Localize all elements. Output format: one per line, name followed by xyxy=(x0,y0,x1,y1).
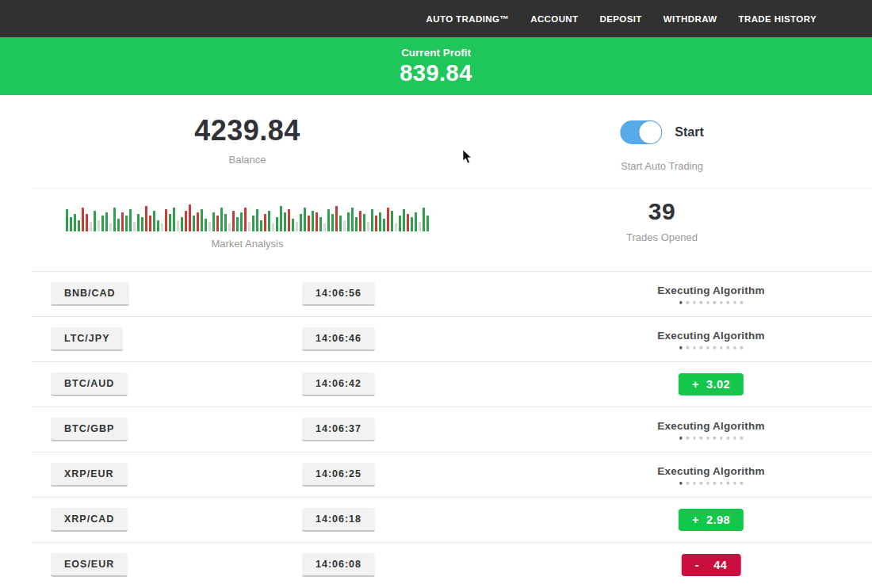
app-root: AUTO TRADING™ACCOUNTDEPOSITWITHDRAWTRADE… xyxy=(0,0,872,588)
trade-time-chip: 14:06:37 xyxy=(302,418,375,441)
market-bar xyxy=(379,212,382,231)
loader-dots xyxy=(657,346,764,349)
market-bar xyxy=(375,216,378,231)
market-bar xyxy=(248,222,251,231)
market-bar xyxy=(181,217,184,231)
market-bar xyxy=(149,216,152,231)
loader-dots xyxy=(657,437,764,440)
market-bar xyxy=(327,209,331,231)
market-bar xyxy=(78,220,81,231)
market-bar xyxy=(284,212,287,231)
market-bar xyxy=(407,214,410,231)
market-bar xyxy=(109,223,113,231)
trade-pair-chip[interactable]: XRP/CAD xyxy=(51,508,128,532)
market-bar xyxy=(173,208,176,231)
market-bar xyxy=(264,214,267,231)
market-bar xyxy=(189,204,192,231)
market-bar xyxy=(288,209,291,231)
market-bar xyxy=(105,212,109,231)
loader-dots xyxy=(657,301,764,304)
nav-item[interactable]: AUTO TRADING™ xyxy=(426,14,510,24)
trade-pair-chip[interactable]: BNB/CAD xyxy=(51,282,129,306)
trade-status: Executing Algorithm xyxy=(657,465,764,485)
executing-algorithm-label: Executing Algorithm xyxy=(657,284,764,296)
market-bar xyxy=(86,214,89,231)
trade-row: BNB/CAD 14:06:56 Executing Algorithm xyxy=(32,271,872,316)
balance-section: 4239.84 Balance Start Start Auto Trading xyxy=(0,95,872,188)
market-analysis-chart xyxy=(41,198,453,231)
market-bar xyxy=(260,220,263,231)
trade-status: + 2.98 xyxy=(679,509,744,531)
trades-opened-stat: 39 Trades Opened xyxy=(626,198,698,243)
executing-algorithm-label: Executing Algorithm xyxy=(657,330,764,342)
market-bar xyxy=(201,209,204,231)
trade-row: BTC/GBP 14:06:37 Executing Algorithm xyxy=(32,407,872,452)
market-bar xyxy=(335,206,338,231)
market-bar xyxy=(70,217,73,231)
market-bar xyxy=(66,209,69,231)
market-bar xyxy=(141,217,144,231)
market-bar xyxy=(367,222,370,231)
nav-item[interactable]: TRADE HISTORY xyxy=(739,14,817,24)
market-bar xyxy=(161,223,164,231)
trade-time-chip: 14:06:25 xyxy=(302,463,375,487)
trade-pair-chip[interactable]: LTC/JPY xyxy=(51,327,123,351)
market-bar xyxy=(212,212,216,231)
market-bar xyxy=(220,208,224,231)
market-stat: Market Analysis xyxy=(41,198,453,250)
trade-row: XRP/CAD 14:06:18 + 2.98 xyxy=(32,497,872,542)
market-analysis-label: Market Analysis xyxy=(41,238,453,250)
market-bar xyxy=(343,220,346,231)
top-navbar: AUTO TRADING™ACCOUNTDEPOSITWITHDRAWTRADE… xyxy=(0,0,872,37)
trade-row: LTC/JPY 14:06:46 Executing Algorithm xyxy=(32,316,872,361)
market-bar xyxy=(308,216,311,231)
market-bar xyxy=(347,212,350,231)
auto-trading-toggle[interactable] xyxy=(620,120,662,144)
trade-row: BTC/AUD 14:06:42 + 3.02 xyxy=(32,361,872,407)
balance-stat: 4239.84 Balance xyxy=(194,114,300,166)
market-bar xyxy=(399,216,402,231)
market-bar xyxy=(113,208,117,231)
executing-algorithm-label: Executing Algorithm xyxy=(657,465,764,477)
trade-pair-chip[interactable]: EOS/EUR xyxy=(51,553,128,577)
trades-opened-label: Trades Opened xyxy=(626,231,698,243)
market-bar xyxy=(94,211,97,231)
market-bar xyxy=(145,206,148,231)
market-bar xyxy=(125,216,128,231)
market-bar xyxy=(319,217,323,231)
market-bar xyxy=(90,222,93,231)
market-bar xyxy=(331,214,335,231)
trade-time-chip: 14:06:42 xyxy=(302,372,375,396)
trade-time-chip: 14:06:46 xyxy=(302,327,375,351)
market-bar xyxy=(208,222,212,231)
market-bar xyxy=(415,212,418,231)
trade-pair-chip[interactable]: BTC/GBP xyxy=(51,418,128,441)
market-bar xyxy=(304,208,307,231)
market-bar xyxy=(252,216,255,231)
market-bar xyxy=(193,216,196,231)
market-bar xyxy=(129,209,132,231)
market-bar xyxy=(177,220,180,231)
market-bar xyxy=(101,216,105,231)
nav-item[interactable]: ACCOUNT xyxy=(530,14,578,24)
trade-status: Executing Algorithm xyxy=(657,284,764,304)
trade-pair-chip[interactable]: XRP/EUR xyxy=(51,463,128,487)
market-bar xyxy=(359,211,362,231)
nav-item[interactable]: WITHDRAW xyxy=(664,14,717,24)
market-bar xyxy=(272,223,275,231)
market-bar xyxy=(153,211,156,231)
market-bar xyxy=(387,208,390,231)
nav-item[interactable]: DEPOSIT xyxy=(600,14,642,24)
market-bar xyxy=(117,219,120,231)
trade-status: Executing Algorithm xyxy=(657,330,764,349)
trade-pair-chip[interactable]: BTC/AUD xyxy=(51,372,128,396)
market-bar xyxy=(165,209,168,231)
balance-label: Balance xyxy=(194,154,300,166)
profit-value: 839.84 xyxy=(0,60,872,86)
market-bar xyxy=(121,212,124,231)
profit-banner: Current Profit 839.84 xyxy=(0,37,872,95)
market-bar xyxy=(276,217,279,231)
market-bar xyxy=(403,209,406,231)
market-bar xyxy=(280,206,283,231)
market-bar xyxy=(157,220,160,231)
